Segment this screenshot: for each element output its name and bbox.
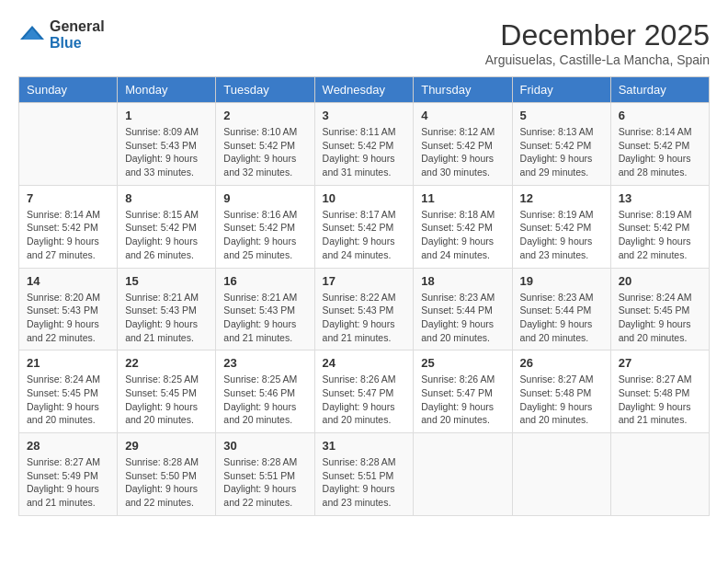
day-info: Sunrise: 8:24 AM Sunset: 5:45 PM Dayligh… [619, 291, 701, 345]
calendar-cell: 11Sunrise: 8:18 AM Sunset: 5:42 PM Dayli… [414, 185, 512, 268]
day-number: 19 [520, 274, 603, 288]
calendar-cell: 28Sunrise: 8:27 AM Sunset: 5:49 PM Dayli… [19, 433, 118, 516]
calendar-cell: 14Sunrise: 8:20 AM Sunset: 5:43 PM Dayli… [19, 268, 118, 350]
day-info: Sunrise: 8:17 AM Sunset: 5:42 PM Dayligh… [323, 208, 406, 262]
day-info: Sunrise: 8:26 AM Sunset: 5:47 PM Dayligh… [323, 373, 406, 427]
day-number: 4 [421, 109, 504, 122]
calendar-cell: 26Sunrise: 8:27 AM Sunset: 5:48 PM Dayli… [512, 350, 610, 433]
day-number: 6 [619, 109, 701, 122]
calendar-body: 1Sunrise: 8:09 AM Sunset: 5:43 PM Daylig… [19, 103, 710, 516]
calendar-cell: 12Sunrise: 8:19 AM Sunset: 5:42 PM Dayli… [512, 185, 610, 268]
day-number: 17 [323, 274, 406, 288]
day-number: 30 [223, 439, 306, 453]
day-info: Sunrise: 8:25 AM Sunset: 5:46 PM Dayligh… [223, 373, 306, 427]
day-number: 24 [323, 356, 406, 370]
day-info: Sunrise: 8:19 AM Sunset: 5:42 PM Dayligh… [520, 208, 603, 262]
weekday-header-thursday: Thursday [414, 77, 512, 103]
day-number: 5 [520, 109, 603, 122]
calendar-week-4: 21Sunrise: 8:24 AM Sunset: 5:45 PM Dayli… [19, 350, 710, 433]
day-info: Sunrise: 8:21 AM Sunset: 5:43 PM Dayligh… [125, 291, 208, 345]
calendar-cell: 8Sunrise: 8:15 AM Sunset: 5:42 PM Daylig… [118, 185, 216, 268]
calendar-cell: 13Sunrise: 8:19 AM Sunset: 5:42 PM Dayli… [610, 185, 709, 268]
calendar-cell: 20Sunrise: 8:24 AM Sunset: 5:45 PM Dayli… [610, 268, 709, 350]
day-number: 11 [421, 191, 504, 205]
calendar-cell: 18Sunrise: 8:23 AM Sunset: 5:44 PM Dayli… [414, 268, 512, 350]
day-number: 13 [619, 191, 701, 205]
calendar-cell: 25Sunrise: 8:26 AM Sunset: 5:47 PM Dayli… [414, 350, 512, 433]
day-number: 9 [223, 191, 306, 205]
calendar-cell: 19Sunrise: 8:23 AM Sunset: 5:44 PM Dayli… [512, 268, 610, 350]
calendar-cell: 23Sunrise: 8:25 AM Sunset: 5:46 PM Dayli… [216, 350, 314, 433]
location-subtitle: Arguisuelas, Castille-La Mancha, Spain [485, 52, 710, 67]
day-info: Sunrise: 8:16 AM Sunset: 5:42 PM Dayligh… [223, 208, 306, 262]
calendar-week-1: 1Sunrise: 8:09 AM Sunset: 5:43 PM Daylig… [19, 103, 710, 186]
calendar-cell: 5Sunrise: 8:13 AM Sunset: 5:42 PM Daylig… [512, 103, 610, 186]
day-info: Sunrise: 8:28 AM Sunset: 5:51 PM Dayligh… [223, 455, 306, 510]
calendar-cell: 4Sunrise: 8:12 AM Sunset: 5:42 PM Daylig… [414, 103, 512, 186]
day-number: 15 [125, 274, 208, 288]
logo-blue-text: Blue [50, 35, 105, 52]
weekday-header-tuesday: Tuesday [216, 77, 314, 103]
day-info: Sunrise: 8:20 AM Sunset: 5:43 PM Dayligh… [27, 291, 109, 345]
day-number: 3 [323, 109, 406, 122]
calendar-cell: 6Sunrise: 8:14 AM Sunset: 5:42 PM Daylig… [610, 103, 709, 186]
calendar-table: SundayMondayTuesdayWednesdayThursdayFrid… [18, 76, 710, 516]
day-number: 23 [223, 356, 306, 370]
day-info: Sunrise: 8:27 AM Sunset: 5:49 PM Dayligh… [27, 455, 109, 510]
calendar-cell [414, 433, 512, 516]
day-info: Sunrise: 8:13 AM Sunset: 5:42 PM Dayligh… [520, 125, 603, 179]
calendar-header: SundayMondayTuesdayWednesdayThursdayFrid… [19, 77, 710, 103]
day-number: 22 [125, 356, 208, 370]
calendar-cell: 21Sunrise: 8:24 AM Sunset: 5:45 PM Dayli… [19, 350, 118, 433]
weekday-header-monday: Monday [118, 77, 216, 103]
day-number: 14 [27, 274, 109, 288]
day-info: Sunrise: 8:10 AM Sunset: 5:42 PM Dayligh… [223, 125, 306, 179]
calendar-cell: 9Sunrise: 8:16 AM Sunset: 5:42 PM Daylig… [216, 185, 314, 268]
day-info: Sunrise: 8:14 AM Sunset: 5:42 PM Dayligh… [619, 125, 701, 179]
calendar-week-3: 14Sunrise: 8:20 AM Sunset: 5:43 PM Dayli… [19, 268, 710, 350]
day-info: Sunrise: 8:26 AM Sunset: 5:47 PM Dayligh… [421, 373, 504, 427]
day-info: Sunrise: 8:25 AM Sunset: 5:45 PM Dayligh… [125, 373, 208, 427]
logo-text: General Blue [50, 18, 105, 51]
day-info: Sunrise: 8:24 AM Sunset: 5:45 PM Dayligh… [27, 373, 109, 427]
calendar-cell [610, 433, 709, 516]
day-info: Sunrise: 8:09 AM Sunset: 5:43 PM Dayligh… [125, 125, 208, 179]
calendar-cell: 29Sunrise: 8:28 AM Sunset: 5:50 PM Dayli… [118, 433, 216, 516]
day-info: Sunrise: 8:11 AM Sunset: 5:42 PM Dayligh… [323, 125, 406, 179]
day-number: 1 [125, 109, 208, 122]
day-info: Sunrise: 8:22 AM Sunset: 5:43 PM Dayligh… [323, 291, 406, 345]
day-number: 27 [619, 356, 701, 370]
weekday-header-friday: Friday [512, 77, 610, 103]
day-info: Sunrise: 8:27 AM Sunset: 5:48 PM Dayligh… [520, 373, 603, 427]
calendar-cell [19, 103, 118, 186]
logo-general-text: General [50, 18, 105, 35]
day-info: Sunrise: 8:14 AM Sunset: 5:42 PM Dayligh… [27, 208, 109, 262]
day-info: Sunrise: 8:12 AM Sunset: 5:42 PM Dayligh… [421, 125, 504, 179]
day-info: Sunrise: 8:19 AM Sunset: 5:42 PM Dayligh… [619, 208, 701, 262]
day-number: 21 [27, 356, 109, 370]
calendar-cell: 16Sunrise: 8:21 AM Sunset: 5:43 PM Dayli… [216, 268, 314, 350]
day-info: Sunrise: 8:27 AM Sunset: 5:48 PM Dayligh… [619, 373, 701, 427]
calendar-cell: 1Sunrise: 8:09 AM Sunset: 5:43 PM Daylig… [118, 103, 216, 186]
calendar-cell: 22Sunrise: 8:25 AM Sunset: 5:45 PM Dayli… [118, 350, 216, 433]
day-number: 7 [27, 191, 109, 205]
day-info: Sunrise: 8:28 AM Sunset: 5:50 PM Dayligh… [125, 455, 208, 510]
calendar-cell: 7Sunrise: 8:14 AM Sunset: 5:42 PM Daylig… [19, 185, 118, 268]
calendar-cell: 30Sunrise: 8:28 AM Sunset: 5:51 PM Dayli… [216, 433, 314, 516]
calendar-cell: 10Sunrise: 8:17 AM Sunset: 5:42 PM Dayli… [314, 185, 414, 268]
calendar-cell: 2Sunrise: 8:10 AM Sunset: 5:42 PM Daylig… [216, 103, 314, 186]
day-number: 10 [323, 191, 406, 205]
weekday-header-wednesday: Wednesday [314, 77, 414, 103]
day-number: 29 [125, 439, 208, 453]
day-info: Sunrise: 8:21 AM Sunset: 5:43 PM Dayligh… [223, 291, 306, 345]
day-number: 16 [223, 274, 306, 288]
calendar-cell: 17Sunrise: 8:22 AM Sunset: 5:43 PM Dayli… [314, 268, 414, 350]
day-info: Sunrise: 8:23 AM Sunset: 5:44 PM Dayligh… [421, 291, 504, 345]
weekday-header-sunday: Sunday [19, 77, 118, 103]
logo-icon [18, 21, 46, 49]
title-area: December 2025 Arguisuelas, Castille-La M… [485, 18, 710, 67]
calendar-week-2: 7Sunrise: 8:14 AM Sunset: 5:42 PM Daylig… [19, 185, 710, 268]
calendar-cell: 3Sunrise: 8:11 AM Sunset: 5:42 PM Daylig… [314, 103, 414, 186]
calendar-cell: 15Sunrise: 8:21 AM Sunset: 5:43 PM Dayli… [118, 268, 216, 350]
weekday-header-saturday: Saturday [610, 77, 709, 103]
